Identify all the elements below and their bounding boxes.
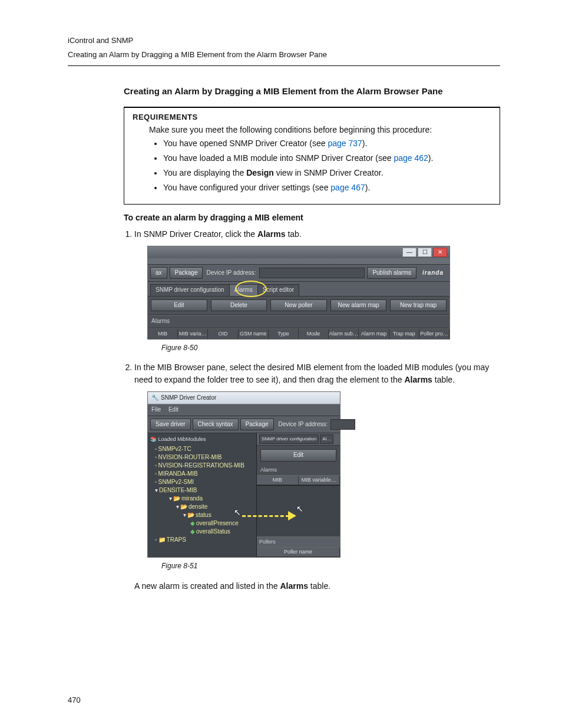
col-mode: Mode — [299, 329, 329, 339]
screenshot-1: — ☐ ✕ ax Package Device IP address: Publ… — [147, 246, 450, 340]
header-rule — [68, 65, 500, 66]
requirements-lead: Make sure you meet the following conditi… — [149, 125, 491, 134]
toolbar-2: Save driver Check syntax Package Device … — [148, 416, 340, 434]
col-type: Type — [269, 329, 299, 339]
new-alarm-map-button[interactable]: New alarm map — [330, 299, 387, 312]
right-pane: SNMP driver configuration Al… Edit Alarm… — [257, 433, 340, 557]
col-alarm-sub: Alarm sub… — [329, 329, 359, 339]
requirements-list: You have opened SNMP Driver Creator (see… — [163, 138, 491, 193]
brand-logo: iranda — [419, 269, 447, 278]
requirement-4: You have configured your driver settings… — [163, 182, 491, 193]
cursor-icon-source: ↖ — [234, 506, 241, 518]
tree-leaf-overallstatus[interactable]: ◆overallStatus — [149, 528, 255, 536]
spacer — [148, 258, 449, 265]
device-ip-label: Device IP address: — [205, 269, 257, 278]
requirement-1: You have opened SNMP Driver Creator (see… — [163, 138, 491, 149]
window-title: 🔧 SNMP Driver Creator — [148, 392, 340, 405]
section-title: Creating an Alarm by Dragging a MIB Elem… — [124, 86, 500, 96]
tab-alarms-2[interactable]: Al… — [320, 434, 333, 444]
save-driver-button[interactable]: Save driver — [150, 419, 191, 431]
tree-leaf-overallpresence[interactable]: ◆overallPresence — [149, 519, 255, 528]
page-number: 470 — [68, 696, 81, 704]
new-trap-map-button[interactable]: New trap map — [390, 299, 447, 312]
step-2-result: A new alarm is created and listed in the… — [134, 580, 500, 592]
requirement-2: You have loaded a MIB module into SNMP D… — [163, 153, 491, 164]
pollers-header: Pollers — [257, 536, 340, 547]
requirements-box: REQUIREMENTS Make sure you meet the foll… — [124, 107, 500, 205]
new-poller-button[interactable]: New poller — [270, 299, 327, 312]
poller-cols: Poller name — [257, 547, 340, 557]
menubar: File Edit — [148, 404, 340, 416]
figure-8-51: 🔧 SNMP Driver Creator File Edit Save dri… — [147, 391, 500, 558]
minimize-button[interactable]: — — [402, 248, 416, 257]
tree-node-traps[interactable]: ▫📁TRAPS — [149, 536, 255, 544]
tabs-row: SNMP driver configuration Alarms Script … — [148, 282, 449, 297]
package-button-2[interactable]: Package — [240, 419, 274, 431]
col-mib-2: MIB — [257, 476, 299, 485]
device-ip-input-2[interactable] — [330, 419, 355, 430]
figure-8-50-caption: Figure 8-50 — [161, 343, 500, 353]
link-page-462[interactable]: page 462 — [394, 153, 428, 163]
tab-alarms[interactable]: Alarms — [229, 284, 258, 296]
col-mibvar-2: MIB variable… — [299, 476, 340, 485]
col-gsm: GSM name — [239, 329, 269, 339]
alarms-columns: MIB MIB varia… OID GSM name Type Mode Al… — [148, 328, 449, 339]
maximize-button[interactable]: ☐ — [418, 248, 432, 257]
tree-node-densite-mib[interactable]: ▾DENSITE-MIB — [149, 486, 255, 495]
mib-browser-pane: 📚 Loaded MibModules ▫SNMPv2-TC ▫NVISION-… — [148, 433, 257, 557]
check-syntax-button[interactable]: Check syntax — [193, 419, 239, 431]
tree-node-miranda-mib[interactable]: ▫MIRANDA-MIB — [149, 470, 255, 478]
running-header-1: iControl and SNMP — [68, 35, 500, 46]
requirement-3: You are displaying the Design view in SN… — [163, 167, 491, 179]
step-2: In the MIB Browser pane, select the desi… — [134, 361, 500, 592]
col-poller-name: Poller name — [257, 548, 340, 556]
cursor-icon-target: ↖ — [296, 503, 303, 515]
tree-header: 📚 Loaded MibModules — [149, 436, 255, 444]
link-page-467[interactable]: page 467 — [330, 183, 365, 192]
device-ip-label-2: Device IP address: — [277, 420, 329, 429]
main-split: 📚 Loaded MibModules ▫SNMPv2-TC ▫NVISION-… — [148, 433, 340, 557]
page: iControl and SNMP Creating an Alarm by D… — [0, 0, 562, 728]
ax-button[interactable]: ax — [150, 267, 167, 279]
publish-alarms-button[interactable]: Publish alarms — [367, 267, 416, 279]
edit-button-2[interactable]: Edit — [260, 449, 336, 462]
tab-script-editor[interactable]: Script editor — [257, 284, 299, 296]
delete-button[interactable]: Delete — [211, 299, 267, 312]
content: Creating an Alarm by Dragging a MIB Elem… — [124, 86, 500, 592]
procedure-steps: In SNMP Driver Creator, click the Alarms… — [134, 228, 500, 592]
running-header-2: Creating an Alarm by Dragging a MIB Elem… — [68, 50, 500, 60]
col-alarm-map: Alarm map — [359, 329, 389, 339]
tab-snmp-config-2[interactable]: SNMP driver configuration — [259, 434, 319, 444]
toolbar-top: ax Package Device IP address: Publish al… — [148, 265, 449, 282]
col-poller-pro: Poller pro… — [419, 329, 449, 339]
menu-edit[interactable]: Edit — [168, 406, 178, 413]
figure-8-50: — ☐ ✕ ax Package Device IP address: Publ… — [147, 246, 500, 340]
tree-node-nvision-reg[interactable]: ▫NVISION-REGISTRATIONS-MIB — [149, 462, 255, 470]
col-mib-var: MIB varia… — [178, 329, 208, 339]
right-tabs: SNMP driver configuration Al… — [257, 433, 340, 446]
menu-file[interactable]: File — [151, 406, 161, 413]
alarms-label-2: Alarms — [257, 465, 340, 475]
app-icon: 🔧 — [151, 394, 158, 403]
package-button[interactable]: Package — [170, 267, 203, 279]
link-page-737[interactable]: page 737 — [328, 139, 362, 148]
col-trap-map: Trap map — [389, 329, 419, 339]
step-1: In SNMP Driver Creator, click the Alarms… — [134, 228, 500, 354]
tree-node-nvision-router[interactable]: ▫NVISION-ROUTER-MIB — [149, 453, 255, 462]
alarms-panel-header: Alarms — [148, 315, 449, 328]
requirements-heading: REQUIREMENTS — [133, 113, 491, 121]
col-mib: MIB — [148, 329, 178, 339]
tab-snmp-config[interactable]: SNMP driver configuration — [150, 284, 230, 296]
edit-button[interactable]: Edit — [151, 299, 207, 312]
alarms-cols-2: MIB MIB variable… — [257, 475, 340, 485]
tree-node-miranda[interactable]: ▾📂miranda — [149, 495, 255, 503]
window-titlebar: — ☐ ✕ — [148, 246, 449, 258]
tree-node-snmpv2smi[interactable]: ▫SNMPv2-SMI — [149, 478, 255, 486]
figure-8-51-caption: Figure 8-51 — [161, 561, 500, 571]
close-button[interactable]: ✕ — [433, 248, 447, 257]
device-ip-input[interactable] — [259, 268, 365, 278]
tree-node-snmpv2tc[interactable]: ▫SNMPv2-TC — [149, 445, 255, 453]
procedure-title: To create an alarm by dragging a MIB ele… — [124, 213, 500, 222]
col-oid: OID — [208, 329, 238, 339]
button-row: Edit Delete New poller New alarm map New… — [148, 297, 449, 315]
